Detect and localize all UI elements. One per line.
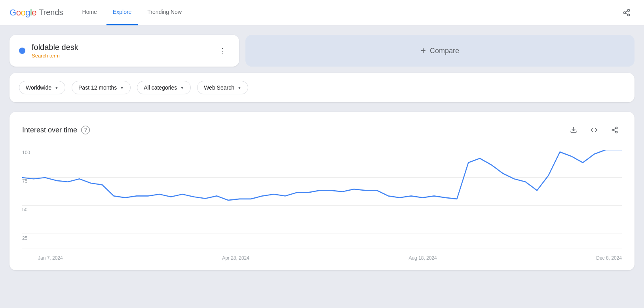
main-nav: Home Explore Trending Now <box>76 0 188 25</box>
embed-icon <box>591 126 598 134</box>
filter-category-arrow: ▼ <box>180 86 184 90</box>
compare-plus-icon: + <box>421 46 426 56</box>
download-icon <box>570 126 577 134</box>
svg-line-10 <box>614 128 616 130</box>
chart-title-area: Interest over time ? <box>22 126 90 134</box>
chart-help-button[interactable]: ? <box>81 126 90 134</box>
y-label-50: 50 <box>22 207 36 212</box>
filter-time-arrow: ▼ <box>120 86 124 90</box>
share-icon <box>623 9 631 17</box>
logo: Google Trends <box>9 8 63 18</box>
vertical-dots-icon: ⋮ <box>218 46 226 55</box>
chart-share-icon <box>611 126 618 134</box>
chart-header: Interest over time ? <box>22 123 622 137</box>
search-term-type: Search term <box>32 53 78 59</box>
nav-trending[interactable]: Trending Now <box>141 0 188 25</box>
search-card: foldable desk Search term ⋮ <box>9 35 239 67</box>
search-term-dot <box>19 48 25 54</box>
svg-line-3 <box>625 13 628 14</box>
x-label-dec: Dec 8, 2024 <box>596 255 622 261</box>
filter-search-type-arrow: ▼ <box>237 86 241 90</box>
chart-line <box>22 150 622 200</box>
chart-title: Interest over time <box>22 126 77 134</box>
main-content: foldable desk Search term ⋮ + Compare Wo… <box>0 25 644 270</box>
search-term-text: foldable desk Search term <box>32 43 78 59</box>
chart-card: Interest over time ? <box>9 112 635 270</box>
y-label-75: 75 <box>22 178 36 184</box>
chart-svg <box>22 150 622 261</box>
logo-o1: o <box>16 8 21 17</box>
logo-trends-text: Trends <box>39 8 63 17</box>
x-label-apr: Apr 28, 2024 <box>222 255 249 261</box>
compare-card[interactable]: + Compare <box>245 35 635 67</box>
filters-card: Worldwide ▼ Past 12 months ▼ All categor… <box>9 73 635 102</box>
x-label-jan: Jan 7, 2024 <box>38 255 63 261</box>
svg-line-4 <box>625 11 628 12</box>
y-label-100: 100 <box>22 150 36 155</box>
nav-explore[interactable]: Explore <box>106 0 138 25</box>
filter-search-type-label: Web Search <box>204 84 234 91</box>
search-section: foldable desk Search term ⋮ + Compare <box>9 35 635 67</box>
nav-home[interactable]: Home <box>76 0 103 25</box>
chart-share-button[interactable] <box>608 123 622 137</box>
header-share-button[interactable] <box>619 5 635 21</box>
header: Google Trends Home Explore Trending Now <box>0 0 644 25</box>
logo-google-text: Google <box>9 8 36 18</box>
search-menu-button[interactable]: ⋮ <box>215 44 230 58</box>
logo-g: G <box>9 8 16 17</box>
search-term-title: foldable desk <box>32 43 78 52</box>
chart-download-button[interactable] <box>566 123 581 137</box>
filter-search-type[interactable]: Web Search ▼ <box>197 81 248 94</box>
chart-actions <box>566 123 622 137</box>
chart-embed-button[interactable] <box>587 123 601 137</box>
x-label-aug: Aug 18, 2024 <box>408 255 437 261</box>
filter-location-label: Worldwide <box>26 84 51 91</box>
filter-time[interactable]: Past 12 months ▼ <box>72 81 131 94</box>
x-axis: Jan 7, 2024 Apr 28, 2024 Aug 18, 2024 De… <box>38 255 622 261</box>
y-label-25: 25 <box>22 235 36 241</box>
filter-category[interactable]: All categories ▼ <box>137 81 191 94</box>
compare-inner: + Compare <box>421 46 459 56</box>
filter-category-label: All categories <box>144 84 177 91</box>
filter-time-label: Past 12 months <box>78 84 117 91</box>
compare-label: Compare <box>430 47 459 55</box>
chart-container: 100 75 50 25 Jan 7, 2024 Apr 28, 2024 Au… <box>22 150 622 261</box>
logo-g2: g <box>25 8 30 17</box>
logo-e: e <box>32 8 36 17</box>
filter-location-arrow: ▼ <box>55 86 59 90</box>
help-icon: ? <box>84 127 87 133</box>
logo-o2: o <box>21 8 25 17</box>
filter-location[interactable]: Worldwide ▼ <box>19 81 65 94</box>
y-axis: 100 75 50 25 <box>22 150 36 241</box>
search-term-info: foldable desk Search term <box>19 43 78 59</box>
svg-line-9 <box>614 130 616 132</box>
